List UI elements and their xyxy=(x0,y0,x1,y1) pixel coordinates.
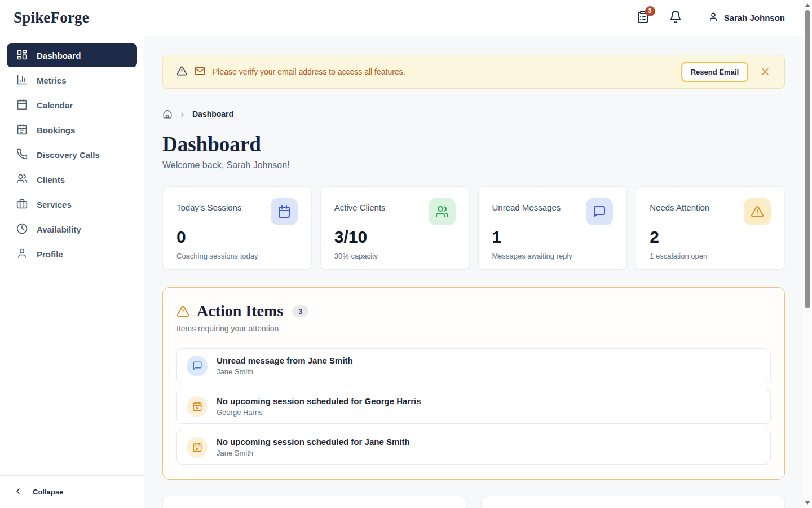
triangle-alert-icon xyxy=(176,65,187,78)
scrollbar-thumb[interactable] xyxy=(805,10,810,308)
calendar-icon xyxy=(16,99,28,112)
stat-label: Active Clients xyxy=(334,198,386,212)
briefcase-icon xyxy=(16,198,28,211)
sidebar-item-label: Services xyxy=(37,200,72,209)
message-square-icon xyxy=(187,356,208,376)
sidebar-item-label: Metrics xyxy=(37,76,67,85)
tasks-button[interactable]: 3 xyxy=(635,10,651,26)
triangle-alert-icon xyxy=(176,305,189,318)
sidebar-item-calendar[interactable]: Calendar xyxy=(7,93,137,117)
sidebar-item-bookings[interactable]: Bookings xyxy=(7,118,137,142)
stats-row: Today's Sessions 0 Coaching sessions tod… xyxy=(162,186,785,270)
header-actions: 3 Sarah Johnson xyxy=(635,10,785,26)
message-square-icon xyxy=(586,198,613,225)
scrollbar[interactable] xyxy=(803,0,812,508)
bar-chart-icon xyxy=(16,74,28,87)
stat-label: Today's Sessions xyxy=(176,198,241,212)
chevron-left-icon xyxy=(14,487,23,497)
stat-value: 0 xyxy=(176,227,298,247)
sidebar-item-clients[interactable]: Clients xyxy=(7,168,137,191)
calendar-x-icon xyxy=(187,437,208,458)
bottom-card-right xyxy=(481,496,785,508)
stat-caption: 30% capacity xyxy=(334,252,456,260)
sidebar-item-discovery-calls[interactable]: Discovery Calls xyxy=(7,143,137,167)
sidebar-item-metrics[interactable]: Metrics xyxy=(7,68,137,92)
breadcrumb: Dashboard xyxy=(162,109,785,119)
page-title: Dashboard xyxy=(162,132,785,156)
action-items-list: Unread message from Jane Smith Jane Smit… xyxy=(176,348,771,465)
sidebar-item-label: Profile xyxy=(37,249,63,259)
notifications-button[interactable] xyxy=(668,10,683,26)
bell-icon xyxy=(669,10,682,26)
chevron-right-icon xyxy=(179,111,186,118)
calendar-icon xyxy=(271,198,298,225)
sidebar-item-availability[interactable]: Availability xyxy=(7,217,137,241)
scroll-up-arrow[interactable] xyxy=(805,3,810,7)
banner-message: Please verify your email address to acce… xyxy=(213,67,405,76)
home-icon[interactable] xyxy=(162,109,173,119)
calendar-lines-icon xyxy=(16,124,28,137)
action-items-title: Action Items xyxy=(197,302,283,320)
stat-caption: Messages awaiting reply xyxy=(492,252,614,260)
app-root: SpikeForge 3 Sarah Johnson xyxy=(0,0,812,508)
user-icon xyxy=(16,248,28,261)
user-menu[interactable]: Sarah Johnson xyxy=(708,12,785,24)
scroll-down-arrow[interactable] xyxy=(805,501,810,505)
action-item-client: George Harris xyxy=(217,408,421,417)
user-icon xyxy=(708,12,718,24)
stat-caption: 1 escalation open xyxy=(650,252,771,260)
sidebar-item-label: Discovery Calls xyxy=(37,150,100,160)
stat-caption: Coaching sessions today xyxy=(176,252,298,260)
sidebar-collapse-button[interactable]: Collapse xyxy=(0,475,144,508)
sidebar-item-dashboard[interactable]: Dashboard xyxy=(7,43,137,67)
action-item-row[interactable]: Unread message from Jane Smith Jane Smit… xyxy=(176,348,771,383)
stat-card-active-clients: Active Clients 3/10 30% capacity xyxy=(320,186,470,270)
breadcrumb-current: Dashboard xyxy=(192,110,233,119)
users-icon xyxy=(429,198,456,225)
email-verify-banner: Please verify your email address to acce… xyxy=(162,55,785,89)
stat-value: 2 xyxy=(650,227,771,247)
action-item-row[interactable]: No upcoming session scheduled for Jane S… xyxy=(176,430,771,465)
stat-label: Unread Messages xyxy=(492,198,561,212)
mail-icon xyxy=(195,65,205,78)
phone-icon xyxy=(16,148,28,161)
action-items-count-badge: 3 xyxy=(292,305,308,317)
banner-message-group: Please verify your email address to acce… xyxy=(176,65,405,78)
action-items-header: Action Items 3 xyxy=(176,302,771,320)
sidebar-item-label: Bookings xyxy=(37,125,75,135)
stat-card-todays-sessions: Today's Sessions 0 Coaching sessions tod… xyxy=(162,186,312,270)
action-item-client: Jane Smith xyxy=(217,367,353,376)
top-header: SpikeForge 3 Sarah Johnson xyxy=(0,0,812,36)
bottom-card-left xyxy=(162,496,466,508)
triangle-alert-icon xyxy=(744,198,771,225)
welcome-text: Welcome back, Sarah Johnson! xyxy=(162,160,785,170)
resend-email-button[interactable]: Resend Email xyxy=(681,62,748,82)
sidebar-item-profile[interactable]: Profile xyxy=(7,242,137,266)
banner-actions: Resend Email xyxy=(681,62,771,82)
tasks-badge: 3 xyxy=(645,6,655,16)
users-icon xyxy=(16,173,28,186)
sidebar-item-label: Clients xyxy=(37,175,65,185)
action-item-title: No upcoming session scheduled for Jane S… xyxy=(217,437,410,446)
stat-value: 3/10 xyxy=(334,227,456,247)
sidebar-item-label: Dashboard xyxy=(37,51,81,60)
brand-logo: SpikeForge xyxy=(14,9,89,27)
stat-value: 1 xyxy=(492,227,614,247)
main-content: Please verify your email address to acce… xyxy=(144,36,803,508)
action-item-title: No upcoming session scheduled for George… xyxy=(217,396,421,406)
sidebar-item-label: Availability xyxy=(37,225,81,234)
action-item-client: Jane Smith xyxy=(217,449,410,457)
bottom-cards-row xyxy=(162,496,785,508)
clock-icon xyxy=(16,223,28,236)
action-items-section: Action Items 3 Items requiring your atte… xyxy=(162,287,785,480)
user-name: Sarah Johnson xyxy=(724,13,785,23)
action-items-subtitle: Items requiring your attention xyxy=(176,324,771,333)
dashboard-grid-icon xyxy=(16,49,28,62)
action-item-row[interactable]: No upcoming session scheduled for George… xyxy=(176,389,771,424)
stat-card-unread-messages: Unread Messages 1 Messages awaiting repl… xyxy=(478,186,628,270)
sidebar-item-services[interactable]: Services xyxy=(7,192,137,216)
collapse-label: Collapse xyxy=(33,488,63,496)
sidebar-item-label: Calendar xyxy=(37,100,73,110)
sidebar-nav: Dashboard Metrics Calendar Bookings Disc… xyxy=(0,36,144,508)
close-icon[interactable] xyxy=(760,66,771,77)
